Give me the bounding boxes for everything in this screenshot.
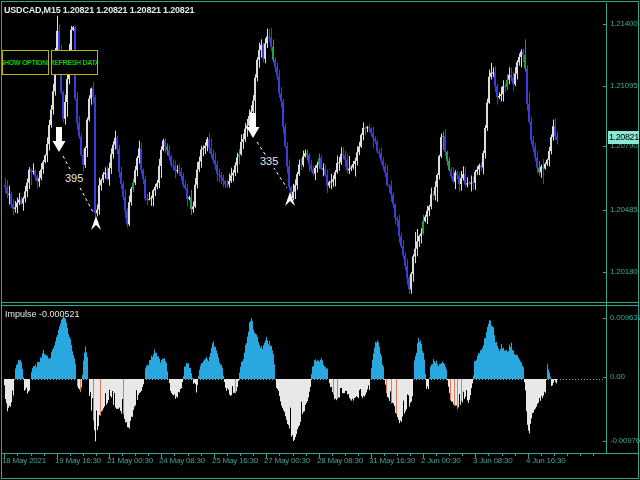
price-axis-label: 1.20485 (610, 205, 638, 214)
time-axis-tick-major (161, 454, 162, 458)
time-axis-tick-minor (17, 454, 18, 456)
time-axis-tick-minor (462, 454, 463, 456)
time-axis-tick-minor (397, 454, 398, 456)
show-options-button[interactable]: SHOW OPTIONS (2, 50, 49, 75)
time-axis-label: 2 Jun 00:30 (421, 456, 461, 465)
time-axis-tick-major (475, 454, 476, 458)
time-axis-tick-minor (240, 454, 241, 456)
time-axis-tick-major (109, 454, 110, 458)
time-axis-tick-minor (554, 454, 555, 456)
time-axis-tick-minor (488, 454, 489, 456)
pane-separator-bottom[interactable] (2, 305, 638, 306)
time-axis-line (2, 453, 638, 454)
time-axis-tick-minor (148, 454, 149, 456)
time-axis-tick-minor (122, 454, 123, 456)
time-axis-tick-major (214, 454, 215, 458)
distance-label-335: 335 (259, 155, 279, 168)
time-axis-tick-minor (293, 454, 294, 456)
time-axis-tick-minor (70, 454, 71, 456)
time-axis-tick-major (371, 454, 372, 458)
refresh-data-button[interactable]: REFRESH DATA (51, 50, 98, 75)
price-axis-tick (603, 24, 606, 25)
time-axis-tick-minor (306, 454, 307, 456)
price-axis-label: 1.21095 (610, 81, 638, 90)
time-axis-label: 28 May 08:30 (317, 456, 363, 465)
time-axis-tick-minor (541, 454, 542, 456)
price-axis-tick (603, 272, 606, 273)
price-chart-canvas[interactable] (3, 3, 606, 302)
time-axis-tick-minor (279, 454, 280, 456)
time-axis-tick-minor (358, 454, 359, 456)
time-axis-tick-minor (135, 454, 136, 456)
price-axis-label: 1.21400 (610, 19, 638, 28)
time-axis-tick-major (423, 454, 424, 458)
time-axis-label: 3 Jun 08:30 (473, 456, 513, 465)
time-axis-tick-minor (515, 454, 516, 456)
chart-title: USDCAD,M15 1.20821 1.20821 1.20821 1.208… (4, 5, 194, 15)
price-axis-label: 1.20180 (610, 267, 638, 276)
time-axis-tick-minor (436, 454, 437, 456)
time-axis-tick-minor (188, 454, 189, 456)
time-axis-tick-minor (201, 454, 202, 456)
time-axis-tick-minor (174, 454, 175, 456)
time-axis-tick-minor (567, 454, 568, 456)
time-axis-tick-major (4, 454, 5, 458)
indicator-axis-tick (603, 441, 606, 442)
indicator-axis-tick (603, 318, 606, 319)
time-axis-tick-minor (384, 454, 385, 456)
time-axis-tick-minor (83, 454, 84, 456)
time-axis-tick-minor (593, 454, 594, 456)
time-axis-tick-minor (44, 454, 45, 456)
indicator-axis-label: 0.009637 (610, 313, 640, 322)
time-axis-label: 24 May 08:30 (159, 456, 205, 465)
distance-label-395: 395 (64, 172, 84, 185)
time-axis-tick-minor (227, 454, 228, 456)
current-price-box: 1.20821 (608, 131, 639, 144)
indicator-axis-label: -0.009765 (610, 436, 640, 445)
time-axis-label: 27 May 00:30 (264, 456, 310, 465)
price-axis-tick (603, 210, 606, 211)
impulse-indicator-canvas[interactable] (3, 306, 606, 453)
mt4-chart-window: USDCAD,M15 1.20821 1.20821 1.20821 1.208… (0, 0, 640, 480)
pane-separator-top[interactable] (2, 302, 638, 303)
time-axis-tick-minor (332, 454, 333, 456)
time-axis-tick-major (57, 454, 58, 458)
time-axis-label: 21 May 00:30 (107, 456, 153, 465)
indicator-label: Impulse -0.000521 (5, 309, 80, 319)
price-axis-tick (603, 146, 606, 147)
time-axis-tick-minor (31, 454, 32, 456)
time-axis-tick-minor (253, 454, 254, 456)
time-axis-tick-minor (502, 454, 503, 456)
indicator-axis-label: 0.00 (610, 372, 625, 381)
time-axis-tick-minor (449, 454, 450, 456)
indicator-axis-tick (603, 377, 606, 378)
time-axis-label: 19 May 16:30 (55, 456, 101, 465)
time-axis-tick-major (266, 454, 267, 458)
time-axis-label: 25 May 16:30 (212, 456, 258, 465)
time-axis-label: 18 May 2021 (2, 456, 46, 465)
time-axis-tick-minor (345, 454, 346, 456)
time-axis-label: 4 Jun 16:30 (526, 456, 566, 465)
time-axis-label: 31 May 16:30 (369, 456, 415, 465)
price-axis-tick (603, 86, 606, 87)
time-axis-tick-minor (580, 454, 581, 456)
time-axis-tick-major (528, 454, 529, 458)
time-axis-tick-minor (96, 454, 97, 456)
price-axis-line (606, 3, 607, 453)
time-axis-tick-major (319, 454, 320, 458)
time-axis-tick-minor (410, 454, 411, 456)
